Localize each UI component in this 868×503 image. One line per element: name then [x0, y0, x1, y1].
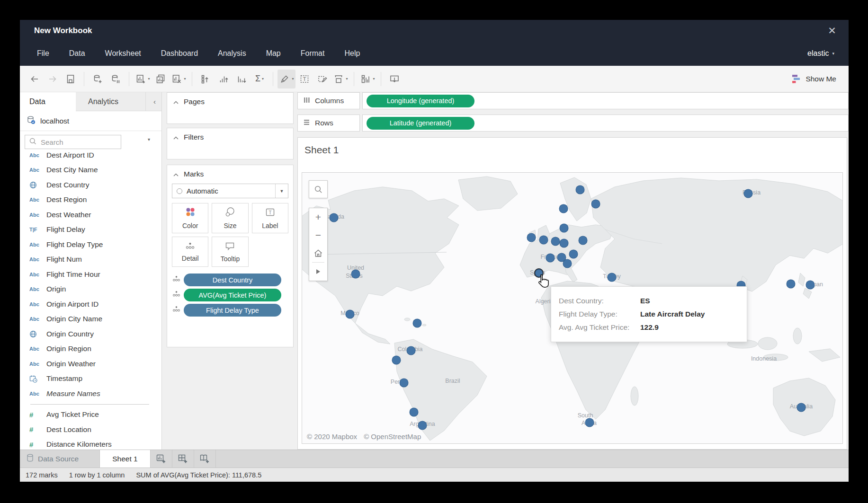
field-origin[interactable]: AbcOrigin [20, 282, 161, 297]
map-mark[interactable] [560, 224, 569, 233]
map-mark[interactable] [559, 204, 568, 213]
size-button[interactable]: Size [212, 203, 248, 233]
columns-shelf[interactable]: Longitude (generated) [362, 92, 849, 109]
map-mark[interactable] [560, 239, 569, 248]
collapse-pane-icon[interactable]: ‹ [153, 97, 156, 106]
field-dest-airport-id[interactable]: AbcDest Airport ID [20, 152, 161, 163]
field-origin-weather[interactable]: AbcOrigin Weather [20, 356, 161, 371]
field-origin-airport-id[interactable]: AbcOrigin Airport ID [20, 297, 161, 312]
redo-button[interactable] [44, 70, 62, 88]
map-mark[interactable] [797, 403, 806, 412]
swap-rows-columns-button[interactable] [197, 70, 215, 88]
sheet1-tab[interactable]: Sheet 1 [99, 450, 151, 468]
map-mark[interactable] [400, 379, 409, 388]
zoom-out-button[interactable]: − [309, 226, 327, 244]
map-mark[interactable] [418, 421, 427, 430]
clear-sheet-button[interactable]: ▾ [170, 70, 188, 88]
collapse-chevron-icon[interactable] [173, 170, 179, 178]
highlight-button[interactable]: ▾ [277, 70, 295, 88]
osm-attribution[interactable]: © OpenStreetMap [364, 432, 421, 441]
pill-dest-country[interactable]: Dest Country [184, 274, 281, 286]
map-mark[interactable] [410, 408, 419, 417]
new-worksheet-button[interactable]: ▾ [134, 70, 152, 88]
menu-map[interactable]: Map [266, 49, 281, 58]
account-menu[interactable]: elastic▾ [807, 49, 834, 58]
map-mark[interactable] [608, 273, 617, 282]
close-icon[interactable]: ✕ [826, 25, 838, 37]
save-button[interactable] [62, 70, 80, 88]
new-story-button[interactable] [194, 450, 216, 468]
field-dest-country[interactable]: Dest Country [20, 177, 161, 193]
duplicate-sheet-button[interactable] [152, 70, 170, 88]
menu-analysis[interactable]: Analysis [218, 49, 246, 58]
fix-axes-button[interactable] [313, 70, 331, 88]
field-flight-delay-type[interactable]: AbcFlight Delay Type [20, 237, 161, 252]
new-dashboard-button[interactable] [172, 450, 194, 468]
show-hide-cards-button[interactable]: ▾ [358, 70, 376, 88]
map-mark[interactable] [569, 250, 578, 259]
field-flight-time-hour[interactable]: AbcFlight Time Hour [20, 267, 161, 282]
map-search-button[interactable] [309, 180, 328, 198]
map-mark[interactable] [330, 213, 339, 222]
pause-auto-updates-button[interactable] [107, 70, 125, 88]
dropdown-caret-icon[interactable]: ▼ [275, 184, 288, 198]
field-dest-weather[interactable]: AbcDest Weather [20, 207, 161, 222]
map-view[interactable]: CanadaUnitedStatesMexicoColombiaPeruBraz… [302, 172, 843, 444]
undo-button[interactable] [26, 70, 44, 88]
mapbox-attribution[interactable]: © 2020 Mapbox [307, 432, 357, 441]
field-dest-location[interactable]: #Dest Location [20, 422, 161, 437]
rows-pill[interactable]: Latitude (generated) [367, 117, 474, 130]
sort-descending-button[interactable] [233, 70, 251, 88]
map-mark[interactable] [806, 281, 815, 290]
menu-file[interactable]: File [37, 49, 49, 58]
detail-button[interactable]: Detail [172, 237, 208, 267]
new-worksheet-button[interactable] [151, 450, 172, 468]
color-button[interactable]: Color [172, 203, 208, 233]
map-mark[interactable] [551, 237, 560, 246]
field-flight-delay[interactable]: T|FFlight Delay [20, 222, 161, 238]
pill-flight-delay-type[interactable]: Flight Delay Type [184, 304, 281, 317]
presentation-mode-button[interactable] [385, 70, 403, 88]
sort-ascending-button[interactable] [215, 70, 233, 88]
field-timestamp[interactable]: Timestamp [20, 371, 161, 387]
new-data-source-button[interactable] [89, 70, 107, 88]
pan-controls-toggle[interactable] [309, 263, 327, 281]
field-avg-ticket-price[interactable]: #Avg Ticket Price [20, 407, 161, 423]
fit-button[interactable]: ▾ [331, 70, 349, 88]
menu-dashboard[interactable]: Dashboard [161, 49, 198, 58]
columns-pill[interactable]: Longitude (generated) [367, 95, 474, 107]
menu-help[interactable]: Help [344, 49, 360, 58]
menu-worksheet[interactable]: Worksheet [105, 49, 141, 58]
field-distance-kilometers[interactable]: #Distance Kilometers [20, 437, 161, 450]
field-dest-region[interactable]: AbcDest Region [20, 193, 161, 208]
rows-shelf[interactable]: Latitude (generated) [362, 115, 849, 132]
map-mark[interactable] [539, 236, 548, 245]
menu-format[interactable]: Format [301, 49, 325, 58]
map-mark[interactable] [413, 319, 422, 328]
tab-analytics[interactable]: Analytics [76, 92, 146, 111]
connection-row[interactable]: localhost [20, 111, 161, 131]
label-button[interactable]: T Label [252, 203, 288, 233]
collapse-chevron-icon[interactable] [173, 97, 179, 106]
field-dest-city-name[interactable]: AbcDest City Name [20, 163, 161, 178]
field-menu-caret-icon[interactable]: ▾ [148, 137, 150, 142]
search-input[interactable]: Search [25, 135, 121, 149]
mark-type-dropdown[interactable]: Automatic ▼ [172, 184, 288, 198]
tab-data[interactable]: Data [20, 92, 76, 111]
map-mark[interactable] [392, 356, 401, 365]
map-mark[interactable] [407, 346, 416, 355]
pill-avg-avg-ticket-price-[interactable]: AVG(Avg Ticket Price) [184, 289, 281, 301]
map-mark[interactable] [576, 185, 585, 194]
map-mark[interactable] [351, 270, 360, 279]
data-source-tab[interactable]: Data Source [20, 450, 99, 468]
field-origin-city-name[interactable]: AbcOrigin City Name [20, 312, 161, 327]
map-mark[interactable] [744, 189, 753, 198]
map-mark[interactable] [346, 310, 355, 319]
field-flight-num[interactable]: AbcFlight Num [20, 252, 161, 267]
show-mark-labels-button[interactable]: T [295, 70, 313, 88]
menu-data[interactable]: Data [69, 49, 85, 58]
zoom-in-button[interactable]: + [309, 208, 327, 226]
map-mark[interactable] [527, 233, 536, 242]
map-mark[interactable] [546, 254, 555, 263]
collapse-chevron-icon[interactable] [173, 133, 179, 141]
